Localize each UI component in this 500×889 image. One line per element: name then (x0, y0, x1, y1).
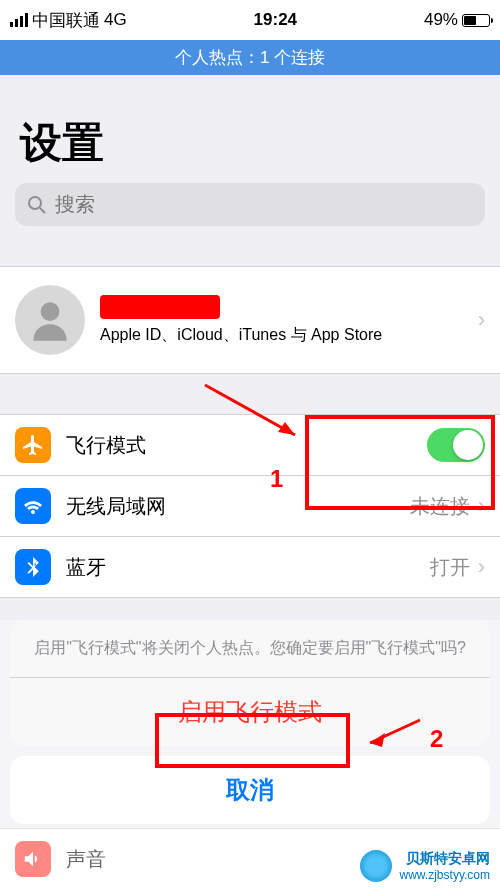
airplane-label: 飞行模式 (66, 432, 427, 459)
svg-line-1 (40, 208, 45, 213)
search-input[interactable] (55, 193, 473, 216)
account-row[interactable]: Apple ID、iCloud、iTunes 与 App Store › (0, 266, 500, 374)
wifi-row[interactable]: 无线局域网 未连接 › (0, 476, 500, 537)
signal-icon (10, 13, 28, 27)
title-section: 设置 (0, 75, 500, 183)
settings-group: 飞行模式 无线局域网 未连接 › 蓝牙 打开 › (0, 414, 500, 598)
wifi-label: 无线局域网 (66, 493, 410, 520)
svg-point-2 (41, 302, 60, 321)
chevron-right-icon: › (478, 554, 485, 580)
account-subtitle: Apple ID、iCloud、iTunes 与 App Store (100, 325, 463, 346)
wifi-value: 未连接 (410, 493, 470, 520)
bluetooth-label: 蓝牙 (66, 554, 430, 581)
carrier-label: 中国联通 (32, 9, 100, 32)
status-left: 中国联通 4G (10, 9, 127, 32)
action-sheet: 启用"飞行模式"将关闭个人热点。您确定要启用"飞行模式"吗? 启用飞行模式 取消 (10, 620, 490, 824)
bluetooth-row[interactable]: 蓝牙 打开 › (0, 537, 500, 597)
chevron-right-icon: › (478, 307, 485, 333)
svg-point-0 (29, 197, 41, 209)
bluetooth-value: 打开 (430, 554, 470, 581)
hotspot-message: 个人热点：1 个连接 (175, 48, 325, 67)
account-info: Apple ID、iCloud、iTunes 与 App Store (100, 295, 463, 346)
sheet-message: 启用"飞行模式"将关闭个人热点。您确定要启用"飞行模式"吗? (10, 620, 490, 678)
bluetooth-icon (15, 549, 51, 585)
battery-icon (462, 14, 490, 27)
time-label: 19:24 (254, 10, 297, 30)
network-label: 4G (104, 10, 127, 30)
battery-percent: 49% (424, 10, 458, 30)
watermark-url: www.zjbstyy.com (400, 868, 490, 882)
sheet-group: 启用"飞行模式"将关闭个人热点。您确定要启用"飞行模式"吗? 启用飞行模式 (10, 620, 490, 746)
avatar (15, 285, 85, 355)
status-bar: 中国联通 4G 19:24 49% (0, 0, 500, 40)
enable-airplane-button[interactable]: 启用飞行模式 (10, 678, 490, 746)
account-name-redacted (100, 295, 220, 319)
page-title: 设置 (20, 115, 480, 171)
airplane-mode-row: 飞行模式 (0, 415, 500, 476)
airplane-toggle[interactable] (427, 428, 485, 462)
chevron-right-icon: › (478, 493, 485, 519)
hotspot-status-bar[interactable]: 个人热点：1 个连接 (0, 40, 500, 75)
watermark-logo-icon (358, 848, 394, 884)
wifi-icon (15, 488, 51, 524)
airplane-icon (15, 427, 51, 463)
search-bar[interactable] (15, 183, 485, 226)
watermark-name: 贝斯特安卓网 (400, 850, 490, 868)
search-icon (27, 195, 47, 215)
watermark: 贝斯特安卓网 www.zjbstyy.com (358, 848, 490, 884)
cancel-button[interactable]: 取消 (10, 756, 490, 824)
status-right: 49% (424, 10, 490, 30)
